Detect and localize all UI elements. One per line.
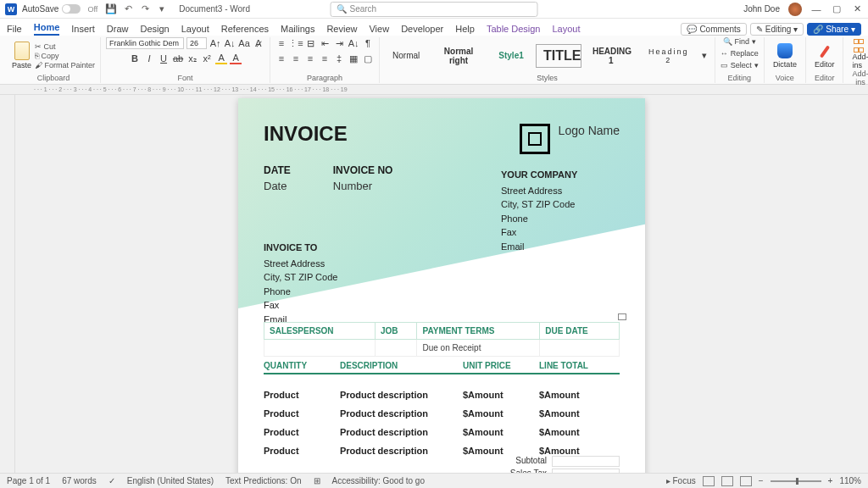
word-count[interactable]: 67 words: [62, 476, 97, 485]
tab-table-design[interactable]: Table Design: [487, 24, 541, 36]
ruler-vertical[interactable]: [0, 95, 15, 476]
tab-layout[interactable]: Layout: [181, 24, 209, 36]
language-status[interactable]: English (United States): [127, 476, 214, 485]
superscript-icon[interactable]: x²: [201, 53, 213, 64]
style-style1[interactable]: Style1: [490, 47, 532, 64]
select-button[interactable]: ▭ Select ▾: [721, 61, 759, 69]
accessibility-status[interactable]: Accessibility: Good to go: [332, 476, 426, 485]
company-block[interactable]: YOUR COMPANY Street Address City, ST ZIP…: [501, 168, 620, 253]
user-avatar[interactable]: [788, 3, 802, 16]
info-table[interactable]: SALESPERSON JOB PAYMENT TERMS DUE DATE D…: [264, 322, 620, 357]
cut-button[interactable]: ✂ Cut: [35, 42, 95, 51]
invoice-no-value[interactable]: Number: [333, 180, 393, 192]
tab-review[interactable]: Review: [326, 24, 357, 36]
undo-icon[interactable]: ↶: [122, 3, 134, 15]
tab-file[interactable]: File: [7, 24, 22, 36]
show-marks-icon[interactable]: ¶: [362, 37, 374, 49]
date-value[interactable]: Date: [264, 180, 291, 192]
print-layout-icon[interactable]: [721, 476, 733, 486]
bold-icon[interactable]: B: [129, 53, 141, 64]
redo-icon[interactable]: ↷: [139, 3, 151, 15]
tab-developer[interactable]: Developer: [401, 24, 443, 36]
sort-icon[interactable]: A↓: [348, 37, 359, 49]
paste-button[interactable]: Paste: [12, 42, 31, 69]
minimize-icon[interactable]: —: [810, 3, 822, 15]
bullets-icon[interactable]: ≡: [275, 37, 287, 49]
find-button[interactable]: 🔍 Find ▾: [723, 37, 757, 46]
dictate-button[interactable]: Dictate: [770, 43, 800, 69]
logo-text[interactable]: Logo Name: [559, 124, 620, 154]
format-painter-button[interactable]: 🖌 Format Painter: [35, 61, 95, 69]
underline-icon[interactable]: U: [158, 53, 170, 64]
addins-button[interactable]: Add-ins: [849, 37, 868, 69]
search-input[interactable]: 🔍 Search: [331, 2, 538, 17]
editor-button[interactable]: Editor: [811, 43, 838, 69]
zoom-out-icon[interactable]: −: [759, 476, 764, 485]
style-normal[interactable]: Normal: [385, 47, 427, 64]
line-spacing-icon[interactable]: ‡: [333, 53, 345, 64]
restore-icon[interactable]: ▢: [831, 3, 843, 15]
invoice-no-label[interactable]: INVOICE NO: [333, 164, 393, 176]
font-name-select[interactable]: Franklin Gothic Dem: [106, 37, 184, 49]
style-heading1[interactable]: HEADING 1: [585, 42, 637, 69]
close-icon[interactable]: ✕: [851, 3, 863, 15]
table-resize-handle[interactable]: [618, 313, 626, 320]
date-label[interactable]: DATE: [264, 164, 291, 176]
shrink-font-icon[interactable]: A↓: [224, 37, 236, 49]
replace-button[interactable]: ↔ Replace: [721, 49, 759, 58]
autosave-toggle[interactable]: [62, 4, 81, 14]
grow-font-icon[interactable]: A↑: [209, 37, 221, 49]
page-status[interactable]: Page 1 of 1: [7, 476, 50, 485]
tab-view[interactable]: View: [369, 24, 389, 36]
indent-icon[interactable]: ⇥: [333, 37, 345, 49]
item-row[interactable]: ProductProduct description$Amount$Amount: [264, 446, 620, 456]
align-right-icon[interactable]: ≡: [304, 53, 316, 64]
item-row[interactable]: ProductProduct description$Amount$Amount: [264, 427, 620, 437]
change-case-icon[interactable]: Aa: [238, 37, 250, 49]
spell-check-icon[interactable]: ✓: [108, 476, 115, 485]
strike-icon[interactable]: ab: [172, 53, 184, 64]
comments-button[interactable]: 💬 Comments: [681, 23, 746, 36]
tab-help[interactable]: Help: [455, 24, 475, 36]
web-layout-icon[interactable]: [740, 476, 752, 486]
tab-table-layout[interactable]: Layout: [552, 24, 580, 36]
align-center-icon[interactable]: ≡: [290, 53, 302, 64]
styles-more-icon[interactable]: ▾: [700, 50, 709, 62]
font-size-select[interactable]: 26: [186, 37, 207, 49]
borders-icon[interactable]: ▢: [362, 53, 374, 64]
read-mode-icon[interactable]: [703, 476, 715, 486]
share-button[interactable]: 🔗 Share ▾: [807, 23, 861, 36]
focus-mode[interactable]: ▸ Focus: [666, 476, 696, 485]
invoice-to-block[interactable]: INVOICE TO Street Address City, ST ZIP C…: [264, 241, 337, 326]
qat-dropdown-icon[interactable]: ▾: [156, 3, 168, 15]
display-settings-icon[interactable]: ⊞: [314, 476, 320, 485]
save-icon[interactable]: 💾: [105, 3, 117, 15]
tab-draw[interactable]: Draw: [107, 24, 129, 36]
italic-icon[interactable]: I: [143, 53, 155, 64]
style-heading2[interactable]: Heading 2: [641, 43, 697, 69]
tab-references[interactable]: References: [221, 24, 269, 36]
tab-design[interactable]: Design: [140, 24, 169, 36]
numbering-icon[interactable]: ⋮≡: [290, 37, 302, 49]
align-left-icon[interactable]: ≡: [275, 53, 287, 64]
shading-icon[interactable]: ▦: [348, 53, 359, 64]
copy-button[interactable]: ⎘ Copy: [35, 52, 95, 60]
zoom-level[interactable]: 110%: [839, 476, 861, 485]
font-color-icon[interactable]: A: [230, 53, 242, 64]
highlight-icon[interactable]: A: [215, 53, 227, 64]
multilevel-icon[interactable]: ⊟: [304, 37, 316, 49]
outdent-icon[interactable]: ⇤: [319, 37, 331, 49]
tab-mailings[interactable]: Mailings: [281, 24, 314, 36]
text-predictions[interactable]: Text Predictions: On: [225, 476, 301, 485]
logo-area[interactable]: Logo Name: [520, 124, 620, 154]
page-scroll[interactable]: ✥ INVOICE DATE Date INVOICE NO Number Lo…: [15, 95, 868, 476]
justify-icon[interactable]: ≡: [319, 53, 331, 64]
zoom-slider[interactable]: [771, 480, 821, 482]
item-row[interactable]: ProductProduct description$Amount$Amount: [264, 408, 620, 419]
ruler-horizontal[interactable]: · · · 1 · · · 2 · · · 3 · · · 4 · · · 5 …: [0, 85, 868, 95]
tab-home[interactable]: Home: [34, 22, 60, 36]
editing-button[interactable]: ✎ Editing ▾: [750, 23, 804, 36]
style-normal-right[interactable]: Normal right: [431, 42, 487, 69]
zoom-in-icon[interactable]: +: [828, 476, 833, 485]
user-name[interactable]: John Doe: [743, 4, 780, 14]
